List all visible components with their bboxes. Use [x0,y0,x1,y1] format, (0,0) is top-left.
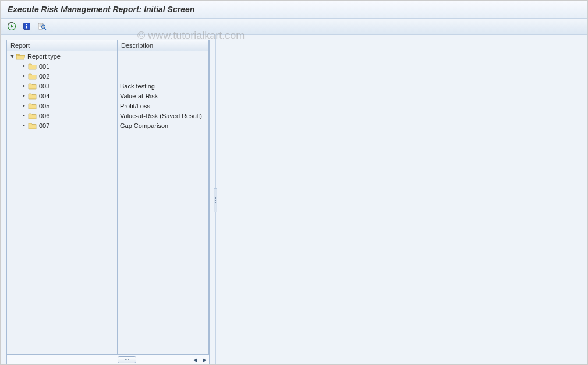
folder-icon [28,93,37,100]
tree-item[interactable]: • 005 [7,101,117,111]
report-column: Report ▼ Report type [7,40,118,354]
svg-rect-4 [26,26,27,29]
scroll-left-button[interactable]: ◀ [190,355,200,364]
folder-icon [28,112,37,119]
tree-item-label: 004 [39,93,49,100]
bullet-icon: • [21,83,27,89]
tree-item-label: 002 [39,73,49,80]
tree-item[interactable]: • 007 [7,121,117,130]
config-button[interactable] [36,21,48,33]
window-title: Execute Risk Management Report: Initial … [1,1,587,19]
tree-item-label: 003 [39,83,49,90]
bullet-icon: • [21,102,27,109]
description-cell: Value-at-Risk (Saved Result) [118,111,208,121]
report-column-header[interactable]: Report [7,40,117,51]
scroll-right-button[interactable]: ▶ [200,355,209,364]
info-icon [22,22,31,32]
splitter-handle[interactable] [214,188,217,212]
left-panel: Report ▼ Report type [1,35,216,365]
tree-item[interactable]: • 003 [7,81,117,91]
toolbar [1,19,587,35]
tree-table: Report ▼ Report type [6,40,210,365]
collapse-icon[interactable]: ▼ [9,54,15,59]
horizontal-scrollbar[interactable]: ◀ ▶ [7,354,209,364]
tree-root-label: Report type [27,53,61,60]
bullet-icon: • [21,93,27,99]
tree-item[interactable]: • 001 [7,61,117,71]
description-cell: Gap Comparison [118,121,208,130]
tree-item[interactable]: • 004 [7,91,117,101]
folder-open-icon [16,53,25,60]
folder-icon [28,73,37,80]
folder-icon [28,122,37,129]
description-cell [118,71,208,81]
display-object-icon [37,22,47,32]
tree-item[interactable]: • 006 [7,111,117,121]
tree-item-label: 006 [39,112,49,119]
execute-icon [7,22,16,32]
description-cell: Back testing [118,81,208,91]
bullet-icon: • [21,112,27,119]
content-area: Report ▼ Report type [1,35,587,365]
bullet-icon: • [21,63,27,69]
folder-icon [28,102,37,109]
description-cell [118,61,208,71]
folder-icon [28,63,37,70]
right-panel [216,35,587,365]
tree-item-label: 007 [39,122,49,129]
folder-icon [28,83,37,90]
description-cell: Value-at-Risk [118,91,208,101]
description-column-header[interactable]: Description [118,40,208,51]
scrollbar-handle[interactable] [118,356,136,363]
description-cell [118,51,208,61]
info-button[interactable] [20,21,33,33]
description-column: Description Back testing Value-at-Risk P… [118,40,209,354]
svg-rect-3 [26,24,27,25]
description-cell: Profit/Loss [118,101,208,111]
bullet-icon: • [21,73,27,79]
execute-button[interactable] [5,21,18,33]
bullet-icon: • [21,122,27,129]
tree-root[interactable]: ▼ Report type [7,51,117,61]
tree-item-label: 005 [39,102,49,109]
tree-item-label: 001 [39,63,49,70]
svg-line-10 [45,28,46,30]
tree-item[interactable]: • 002 [7,71,117,81]
